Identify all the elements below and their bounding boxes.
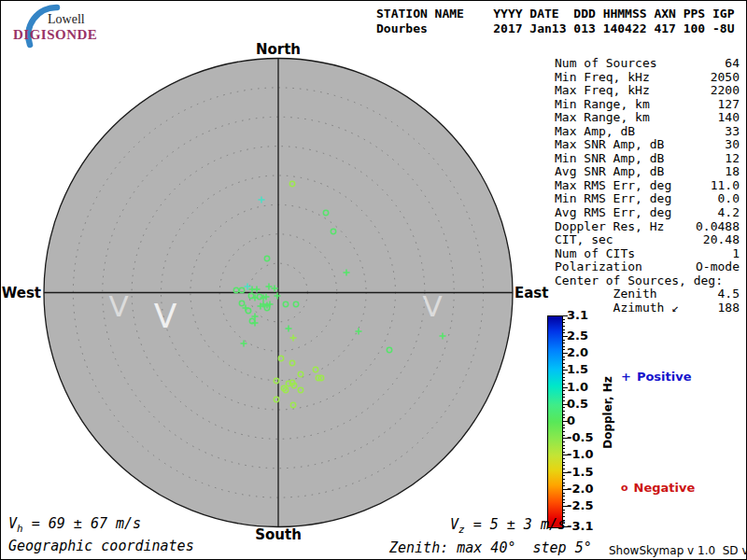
- stat-value: 11.0: [711, 179, 740, 193]
- plus-marker-icon: +: [621, 370, 631, 384]
- stat-row: Max SNR Amp, dB30: [555, 138, 740, 152]
- colorbar-tick-label: -2.5: [567, 498, 593, 512]
- stat-label: Max Amp, dB: [555, 125, 635, 139]
- logo-lowell-text: Lowell: [48, 12, 85, 27]
- logo-digisonde-text: DIGISONDE: [13, 27, 97, 43]
- stat-row: Max RMS Err, deg11.0: [555, 179, 740, 193]
- stat-label: Center of Sources, deg:: [555, 274, 723, 288]
- colorbar-tick-label: 1.5: [567, 362, 588, 376]
- legend-positive-label: Positive: [637, 370, 692, 384]
- zenith-scale-label: Zenith: max 40° step 5°: [389, 539, 592, 556]
- colorbar-axis-label: Doppler, Hz: [601, 376, 614, 449]
- v-marker: V: [422, 289, 442, 323]
- v-marker: V: [108, 289, 128, 323]
- colorbar-tick-label: 2.5: [567, 329, 588, 343]
- colorbar-tick-label: 0.5: [567, 397, 588, 411]
- stat-value: 4.2: [718, 206, 740, 220]
- compass-north-label: North: [250, 41, 306, 58]
- stat-label: Polarization: [555, 260, 642, 274]
- stat-row: Avg SNR Amp, dB18: [555, 165, 740, 179]
- stat-value: 140: [718, 111, 740, 125]
- doppler-colorbar: [547, 315, 563, 528]
- stat-value: 127: [718, 98, 740, 112]
- coordinates-label: Geographic coordinates: [8, 538, 194, 554]
- station-header: STATION NAME YYYY DATE DDD HHMMSS AXN PP…: [376, 7, 735, 36]
- stat-row: PolarizationO-mode: [555, 260, 740, 274]
- stat-value: 188: [718, 301, 740, 315]
- stat-value: 18: [725, 165, 740, 179]
- stat-row: Num of Sources64: [555, 57, 740, 71]
- stat-value: 30: [725, 138, 740, 152]
- stat-row: Max Range, km140: [555, 111, 740, 125]
- stat-label: CIT, sec: [555, 233, 613, 247]
- colorbar-tick-label: -0.5: [567, 430, 593, 444]
- stat-label: Max RMS Err, deg: [555, 179, 671, 193]
- stat-row: Doppler Res, Hz0.0488: [555, 220, 740, 234]
- stat-label: Max Range, km: [555, 111, 650, 125]
- stat-label: Min Freq, kHz: [555, 71, 650, 85]
- lowell-digisonde-logo: Lowell DIGISONDE: [7, 3, 147, 49]
- stat-row: Center of Sources, deg:: [555, 274, 740, 288]
- stat-row: Zenith4.5: [555, 287, 740, 301]
- header-values-row: Dourbes 2017 Jan13 013 140422 417 100 -8…: [376, 21, 735, 36]
- stat-row: Min SNR Amp, dB12: [555, 152, 740, 166]
- showskymap-window: VVV North South West East Lowell DIGISON…: [0, 0, 747, 560]
- stat-value: 64: [725, 57, 740, 71]
- horizontal-velocity-readout: Vh = 69 ± 67 m/s: [8, 515, 141, 535]
- circle-marker-icon: o: [621, 482, 628, 494]
- stat-row: Min RMS Err, deg0.0: [555, 192, 740, 206]
- colorbar-tick-label: 1.0: [567, 380, 588, 394]
- stat-value: O-mode: [696, 260, 740, 274]
- stat-value: 2200: [711, 84, 740, 98]
- colorbar-tick-label: -1.5: [567, 465, 593, 479]
- stat-label: Zenith: [555, 287, 657, 301]
- legend-negative: oNegative: [621, 481, 695, 495]
- colorbar-tick-label: -3.1: [567, 519, 593, 533]
- header-columns-row: STATION NAME YYYY DATE DDD HHMMSS AXN PP…: [376, 7, 735, 21]
- stat-label: Avg SNR Amp, dB: [555, 165, 664, 179]
- measurement-stats-panel: Num of Sources64Min Freq, kHz2050Max Fre…: [555, 57, 740, 315]
- stat-row: Min Freq, kHz2050: [555, 71, 740, 85]
- colorbar-tick-label: -1.0: [567, 447, 593, 461]
- stat-row: CIT, sec20.48: [555, 233, 740, 247]
- stat-label: Doppler Res, Hz: [555, 220, 664, 234]
- colorbar-tick-label: -2.0: [567, 482, 593, 496]
- stat-value: 0.0: [718, 192, 740, 206]
- stat-label: Min Range, km: [555, 98, 650, 112]
- compass-west-label: West: [0, 285, 41, 301]
- stat-value: 2050: [711, 71, 740, 85]
- stat-label: Num of Sources: [555, 57, 657, 71]
- stat-value: 0.0488: [696, 220, 740, 234]
- stat-row: Num of CITs1: [555, 247, 740, 261]
- version-label: ShowSkymap v 1.0 SD v 5.1: [609, 544, 747, 557]
- stat-value: 20.48: [703, 233, 740, 247]
- stat-label: Max SNR Amp, dB: [555, 138, 664, 152]
- stat-row: Max Amp, dB33: [555, 125, 740, 139]
- stat-value: 1: [732, 247, 740, 261]
- stat-label: Num of CITs: [555, 247, 635, 261]
- stat-label: Min SNR Amp, dB: [555, 152, 664, 166]
- colorbar-tick-label: 3.1: [567, 308, 588, 322]
- stat-value: 4.5: [718, 287, 740, 301]
- stat-row: Avg RMS Err, deg4.2: [555, 206, 740, 220]
- compass-south-label: South: [250, 526, 306, 543]
- v-marker: V: [154, 297, 177, 335]
- colorbar-tick-label: 2.0: [567, 345, 588, 359]
- stat-value: 12: [725, 152, 740, 166]
- stat-row: Min Range, km127: [555, 98, 740, 112]
- legend-negative-label: Negative: [634, 481, 696, 495]
- stat-label: Max Freq, kHz: [555, 84, 650, 98]
- vertical-velocity-readout: Vz = 5 ± 3 m/s: [450, 516, 566, 536]
- colorbar-tick-label: 0: [567, 413, 575, 427]
- stat-row: Max Freq, kHz2200: [555, 84, 740, 98]
- stat-label: Min RMS Err, deg: [555, 192, 671, 206]
- legend-positive: +Positive: [621, 370, 692, 384]
- stat-label: Avg RMS Err, deg: [555, 206, 671, 220]
- stat-value: 33: [725, 125, 740, 139]
